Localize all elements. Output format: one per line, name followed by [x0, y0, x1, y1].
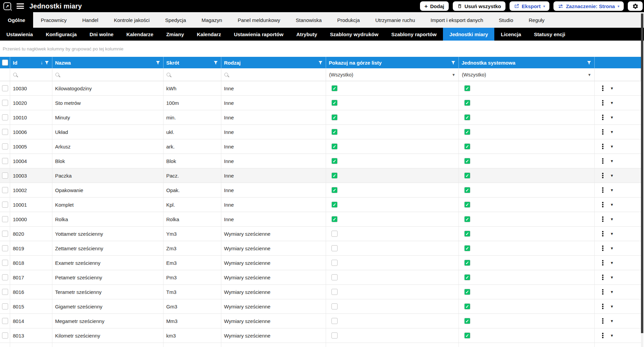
- row-checkbox[interactable]: [2, 129, 8, 135]
- row-select-cell[interactable]: [0, 139, 10, 154]
- systemowa-checkbox[interactable]: [464, 143, 470, 149]
- row-select-cell[interactable]: [0, 183, 10, 197]
- filter-input-rodzaj[interactable]: [221, 68, 326, 81]
- primary-tab-kontrole-jakości[interactable]: Kontrole jakości: [106, 12, 157, 28]
- row-expand-icon[interactable]: ▼: [610, 290, 614, 294]
- row-expand-icon[interactable]: ▼: [610, 319, 614, 323]
- row-expand-icon[interactable]: ▼: [610, 101, 614, 105]
- pokazuj-checkbox[interactable]: [331, 114, 338, 120]
- pokazuj-checkbox[interactable]: [331, 289, 338, 295]
- pokazuj-checkbox[interactable]: [331, 187, 338, 193]
- select-all-checkbox-cell[interactable]: [0, 57, 10, 68]
- row-expand-icon[interactable]: ▼: [610, 246, 614, 250]
- secondary-tab-konfiguracja[interactable]: Konfiguracja: [39, 28, 83, 41]
- row-menu-icon[interactable]: [601, 259, 604, 267]
- row-checkbox[interactable]: [2, 245, 8, 251]
- row-expand-icon[interactable]: ▼: [610, 174, 614, 178]
- filter-input-nazwa[interactable]: [52, 68, 164, 81]
- row-expand-icon[interactable]: ▼: [610, 144, 614, 148]
- table-row[interactable]: 10004 Blok Blok Inne ▼: [0, 154, 641, 168]
- row-expand-icon[interactable]: ▼: [610, 304, 614, 308]
- row-select-cell[interactable]: [0, 343, 10, 347]
- row-expand-icon[interactable]: ▼: [610, 232, 614, 236]
- row-checkbox[interactable]: [2, 303, 8, 309]
- pokazuj-checkbox[interactable]: [331, 231, 338, 237]
- select-all-checkbox[interactable]: [2, 60, 8, 66]
- row-select-cell[interactable]: [0, 328, 10, 343]
- table-row[interactable]: 10020 Sto metrów 100m Inne ▼: [0, 96, 641, 110]
- row-checkbox[interactable]: [2, 100, 8, 106]
- systemowa-checkbox[interactable]: [464, 129, 470, 135]
- table-row[interactable]: 10030 Kilowatogodziny kWh Inne ▼: [0, 81, 641, 96]
- row-select-cell[interactable]: [0, 299, 10, 314]
- pokazuj-checkbox[interactable]: [331, 245, 338, 251]
- column-header-skrot[interactable]: Skrót: [164, 57, 221, 68]
- pokazuj-checkbox[interactable]: [331, 216, 338, 222]
- secondary-tab-szablony-raportów[interactable]: Szablony raportów: [385, 28, 443, 41]
- column-header-id[interactable]: Id ↓: [10, 57, 52, 68]
- filter-input-id[interactable]: [10, 68, 52, 81]
- row-expand-icon[interactable]: ▼: [610, 261, 614, 265]
- selection-mode-button[interactable]: Zaznaczenie: Strona ▾: [553, 1, 624, 11]
- row-menu-icon[interactable]: [601, 288, 604, 296]
- row-expand-icon[interactable]: ▼: [610, 188, 614, 192]
- vertical-scrollbar[interactable]: [641, 12, 643, 347]
- systemowa-checkbox[interactable]: [464, 100, 470, 106]
- row-checkbox[interactable]: [2, 216, 8, 222]
- hamburger-menu-icon[interactable]: [17, 3, 24, 9]
- pokazuj-checkbox[interactable]: [331, 143, 338, 149]
- row-checkbox[interactable]: [2, 274, 8, 280]
- row-checkbox[interactable]: [2, 172, 8, 179]
- row-menu-icon[interactable]: [601, 201, 604, 208]
- filter-input-skrot[interactable]: [164, 68, 221, 81]
- row-select-cell[interactable]: [0, 227, 10, 241]
- row-select-cell[interactable]: [0, 314, 10, 328]
- secondary-tab-ustawienia[interactable]: Ustawienia: [0, 28, 39, 41]
- table-row-partial[interactable]: ▼: [0, 343, 641, 347]
- row-expand-icon[interactable]: ▼: [610, 86, 614, 90]
- systemowa-checkbox[interactable]: [464, 158, 470, 164]
- table-row[interactable]: 8013 Kilometr sześcienny km3 Wymiary sze…: [0, 328, 641, 343]
- pokazuj-checkbox[interactable]: [331, 318, 338, 324]
- row-menu-icon[interactable]: [601, 157, 604, 165]
- secondary-tab-dni-wolne[interactable]: Dni wolne: [83, 28, 120, 41]
- row-menu-icon[interactable]: [601, 99, 604, 107]
- row-menu-icon[interactable]: [601, 186, 604, 194]
- secondary-tab-atrybuty[interactable]: Atrybuty: [290, 28, 324, 41]
- systemowa-checkbox[interactable]: [464, 289, 470, 295]
- column-header-pokazuj[interactable]: Pokazuj na górze listy: [326, 57, 459, 68]
- table-row[interactable]: 10001 Komplet Kpl. Inne ▼: [0, 198, 641, 212]
- row-expand-icon[interactable]: ▼: [610, 159, 614, 163]
- filter-icon[interactable]: [213, 60, 218, 65]
- scrollbar-thumb[interactable]: [641, 14, 643, 333]
- table-row[interactable]: 8016 Terametr sześcienny Tm3 Wymiary sze…: [0, 285, 641, 299]
- row-menu-icon[interactable]: [601, 317, 604, 325]
- row-checkbox[interactable]: [2, 289, 8, 295]
- table-row[interactable]: 8017 Petametr sześcienny Pm3 Wymiary sze…: [0, 270, 641, 285]
- row-select-cell[interactable]: [0, 212, 10, 226]
- table-row[interactable]: 8020 Yottametr sześcienny Ym3 Wymiary sz…: [0, 227, 641, 241]
- row-expand-icon[interactable]: ▼: [610, 130, 614, 134]
- pokazuj-checkbox[interactable]: [331, 332, 338, 339]
- pokazuj-checkbox[interactable]: [331, 129, 338, 135]
- row-checkbox[interactable]: [2, 187, 8, 193]
- table-row[interactable]: 8014 Megametr sześcienny Mm3 Wymiary sze…: [0, 314, 641, 328]
- export-button[interactable]: Eksport ▾: [510, 1, 549, 11]
- primary-tab-panel-meldunkowy[interactable]: Panel meldunkowy: [230, 12, 288, 28]
- systemowa-checkbox[interactable]: [464, 303, 470, 309]
- filter-icon[interactable]: [587, 60, 592, 65]
- systemowa-checkbox[interactable]: [464, 318, 470, 324]
- secondary-tab-kalendarze[interactable]: Kalendarze: [120, 28, 160, 41]
- row-select-cell[interactable]: [0, 256, 10, 270]
- row-checkbox[interactable]: [2, 143, 8, 149]
- filter-icon[interactable]: [451, 60, 456, 65]
- primary-tab-stanowiska[interactable]: Stanowiska: [288, 12, 329, 28]
- pokazuj-checkbox[interactable]: [331, 172, 338, 179]
- row-checkbox[interactable]: [2, 332, 8, 339]
- row-select-cell[interactable]: [0, 270, 10, 284]
- row-menu-icon[interactable]: [601, 128, 604, 136]
- systemowa-checkbox[interactable]: [464, 172, 470, 179]
- add-button[interactable]: + Dodaj: [420, 1, 449, 11]
- table-row[interactable]: 10006 Układ ukł. Inne ▼: [0, 125, 641, 139]
- table-row[interactable]: 10000 Rolka Rolka Inne ▼: [0, 212, 641, 227]
